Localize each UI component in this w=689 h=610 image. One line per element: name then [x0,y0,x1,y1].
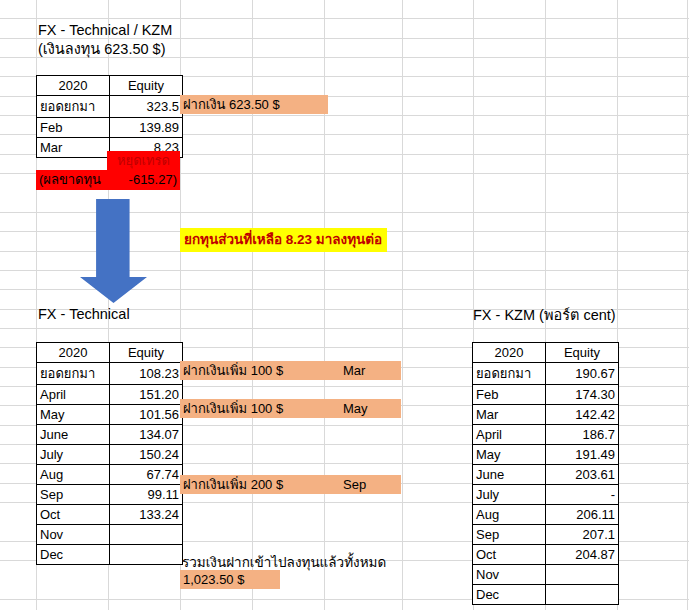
table-row: Aug67.74 [37,465,183,485]
equity-column-header[interactable]: Equity [110,343,183,363]
equity-cell[interactable] [110,525,183,545]
month-cell[interactable]: May [37,405,110,425]
equity-column-header[interactable]: Equity [546,343,619,363]
equity-cell[interactable]: 134.07 [110,425,183,445]
month-cell[interactable]: Aug [37,465,110,485]
equity-cell[interactable]: 150.24 [110,445,183,465]
deposit-note-text: ฝากเงินเพิ่ม 100 $ [183,401,283,416]
table-row: May101.56 [37,405,183,425]
table-row: Oct133.24 [37,505,183,525]
month-cell[interactable]: Oct [37,505,110,525]
gridline [324,0,325,610]
equity-table-kzm: 2020 Equity ยอดยกมา190.67Feb174.30Mar142… [472,342,619,605]
year-column-header[interactable]: 2020 [37,76,110,96]
month-cell[interactable]: ยอดยกมา [37,96,110,118]
page-subtitle-invested-amount[interactable]: (เงินลงทุน 623.50 $) [38,40,166,58]
page-title[interactable]: FX - Technical / KZM [38,21,172,39]
month-cell[interactable]: Aug [473,505,546,525]
equity-cell[interactable]: 323.5 [110,96,183,118]
month-cell[interactable]: July [37,445,110,465]
table-row: July- [473,485,619,505]
deposit-note-sep[interactable]: ฝากเงินเพิ่ม 200 $ Sep [180,475,401,494]
table-row: Nov [473,565,619,585]
table-row: Nov [37,525,183,545]
table-row: June134.07 [37,425,183,445]
gridline [687,0,688,610]
month-cell[interactable]: Dec [473,585,546,605]
deposit-note-mar[interactable]: ฝากเงินเพิ่ม 100 $ Mar [180,361,401,380]
equity-column-header[interactable]: Equity [110,76,183,96]
total-deposit-value[interactable]: 1,023.50 $ [180,570,280,589]
month-cell[interactable]: Nov [473,565,546,585]
section-title-kzm[interactable]: FX - KZM (พอร์ต cent) [473,306,616,324]
table-row: ยอดยกมา108.23 [37,363,183,385]
loss-total-row[interactable]: (ผลขาดทุน -615.27) [36,170,180,190]
table-row: Mar142.42 [473,405,619,425]
year-column-header[interactable]: 2020 [473,343,546,363]
equity-cell[interactable] [546,585,619,605]
carry-over-note[interactable]: ยกทุนส่วนที่เหลือ 8.23 มาลงทุนต่อ [180,228,387,252]
equity-cell[interactable]: 204.87 [546,545,619,565]
table-header-row: 2020 Equity [473,343,619,363]
deposit-note-month: Mar [343,361,365,380]
equity-cell[interactable]: 108.23 [110,363,183,385]
equity-cell[interactable]: 142.42 [546,405,619,425]
table-header-row: 2020 Equity [37,76,183,96]
month-cell[interactable]: Mar [473,405,546,425]
table-row: July150.24 [37,445,183,465]
table-row: May191.49 [473,445,619,465]
month-cell[interactable]: ยอดยกมา [37,363,110,385]
month-cell[interactable]: Feb [37,118,110,138]
equity-cell[interactable]: 139.89 [110,118,183,138]
stop-trading-cell[interactable]: หยุดเทรด [107,151,180,170]
table-row: ยอดยกมา190.67 [473,363,619,385]
table-row: April186.7 [473,425,619,445]
month-cell[interactable]: Nov [37,525,110,545]
deposit-note-month: May [343,399,368,418]
month-cell[interactable]: Feb [473,385,546,405]
table-row: ยอดยกมา323.5 [37,96,183,118]
equity-cell[interactable]: 203.61 [546,465,619,485]
deposit-note-initial[interactable]: ฝากเงิน 623.50 $ [180,95,328,114]
equity-cell[interactable]: 206.11 [546,505,619,525]
table-row: Feb139.89 [37,118,183,138]
down-arrow-shape[interactable] [80,199,147,303]
equity-cell[interactable]: 190.67 [546,363,619,385]
deposit-note-may[interactable]: ฝากเงินเพิ่ม 100 $ May [180,399,401,418]
loss-label: (ผลขาดทุน [39,170,101,190]
month-cell[interactable]: Dec [37,545,110,565]
equity-cell[interactable]: 191.49 [546,445,619,465]
month-cell[interactable]: April [473,425,546,445]
deposit-note-month: Sep [343,475,366,494]
gridline [252,0,253,610]
equity-cell[interactable]: 101.56 [110,405,183,425]
gridline [402,0,403,610]
month-cell[interactable]: June [37,425,110,445]
month-cell[interactable]: Sep [37,485,110,505]
month-cell[interactable]: June [473,465,546,485]
equity-cell[interactable]: 174.30 [546,385,619,405]
month-cell[interactable]: April [37,385,110,405]
month-cell[interactable]: Mar [37,138,110,158]
year-column-header[interactable]: 2020 [37,343,110,363]
section-title-technical[interactable]: FX - Technical [38,305,130,323]
equity-cell[interactable] [546,565,619,585]
equity-cell[interactable]: 67.74 [110,465,183,485]
equity-cell[interactable]: 99.11 [110,485,183,505]
table-row: Dec [37,545,183,565]
month-cell[interactable]: July [473,485,546,505]
month-cell[interactable]: ยอดยกมา [473,363,546,385]
deposit-note-text: ฝากเงินเพิ่ม 200 $ [183,477,283,492]
table-row: Oct204.87 [473,545,619,565]
equity-cell[interactable]: 186.7 [546,425,619,445]
equity-cell[interactable]: 207.1 [546,525,619,545]
table-row: Feb174.30 [473,385,619,405]
month-cell[interactable]: Oct [473,545,546,565]
equity-cell[interactable]: 133.24 [110,505,183,525]
equity-cell[interactable] [110,545,183,565]
month-cell[interactable]: May [473,445,546,465]
equity-cell[interactable]: - [546,485,619,505]
month-cell[interactable]: Sep [473,525,546,545]
table-header-row: 2020 Equity [37,343,183,363]
equity-cell[interactable]: 151.20 [110,385,183,405]
